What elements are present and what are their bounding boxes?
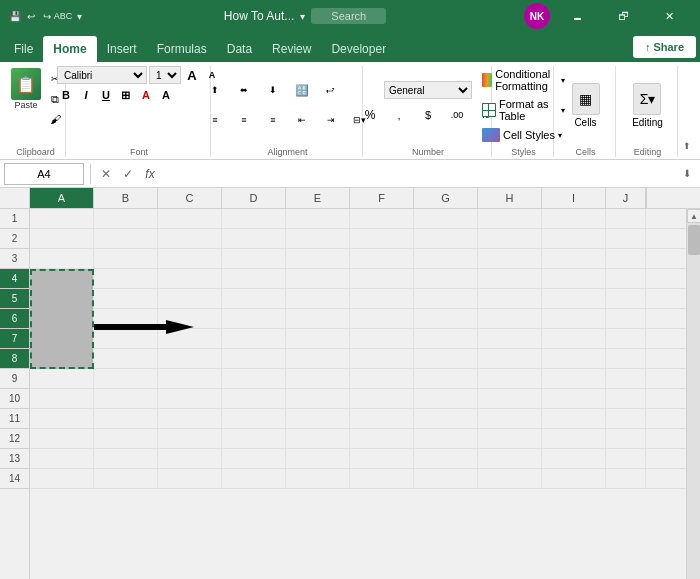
cell-b13[interactable]: [94, 449, 158, 469]
row-12[interactable]: 12: [0, 429, 29, 449]
formula-expand-button[interactable]: ⬇: [678, 165, 696, 183]
cell-h6[interactable]: [478, 309, 542, 329]
cell-g9[interactable]: [414, 369, 478, 389]
col-header-d[interactable]: D: [222, 188, 286, 208]
tab-data[interactable]: Data: [217, 36, 262, 62]
restore-button[interactable]: 🗗: [600, 0, 646, 32]
cell-e14[interactable]: [286, 469, 350, 489]
editing-button[interactable]: Σ▾ Editing: [626, 79, 669, 132]
cell-i13[interactable]: [542, 449, 606, 469]
cell-f14[interactable]: [350, 469, 414, 489]
col-header-g[interactable]: G: [414, 188, 478, 208]
cell-g3[interactable]: [414, 249, 478, 269]
row-2[interactable]: 2: [0, 229, 29, 249]
cell-d11[interactable]: [222, 409, 286, 429]
cell-i9[interactable]: [542, 369, 606, 389]
cell-i12[interactable]: [542, 429, 606, 449]
cell-b3[interactable]: [94, 249, 158, 269]
cell-g13[interactable]: [414, 449, 478, 469]
underline-button[interactable]: U: [97, 86, 115, 104]
ribbon-expand-button[interactable]: ⬆: [680, 139, 694, 153]
undo-icon[interactable]: ↩: [24, 9, 38, 23]
cell-g11[interactable]: [414, 409, 478, 429]
cell-c10[interactable]: [158, 389, 222, 409]
cell-f5[interactable]: [350, 289, 414, 309]
cell-e8[interactable]: [286, 349, 350, 369]
cell-j9[interactable]: [606, 369, 646, 389]
search-box[interactable]: Search: [311, 8, 386, 24]
cell-j8[interactable]: [606, 349, 646, 369]
cell-i7[interactable]: [542, 329, 606, 349]
cell-e7[interactable]: [286, 329, 350, 349]
formula-cancel-button[interactable]: ✕: [97, 165, 115, 183]
cell-g10[interactable]: [414, 389, 478, 409]
cell-a12[interactable]: [30, 429, 94, 449]
row-10[interactable]: 10: [0, 389, 29, 409]
percent-button[interactable]: %: [356, 101, 384, 129]
cell-a5[interactable]: [30, 289, 94, 309]
cell-g1[interactable]: [414, 209, 478, 229]
cell-h14[interactable]: [478, 469, 542, 489]
cell-h8[interactable]: [478, 349, 542, 369]
tab-developer[interactable]: Developer: [321, 36, 396, 62]
redo-icon[interactable]: ↪: [40, 9, 54, 23]
cell-g14[interactable]: [414, 469, 478, 489]
cell-h4[interactable]: [478, 269, 542, 289]
paste-button[interactable]: 📋 Paste: [7, 66, 45, 112]
currency-button[interactable]: $: [414, 101, 442, 129]
cell-a13[interactable]: [30, 449, 94, 469]
cell-h2[interactable]: [478, 229, 542, 249]
cell-c4[interactable]: [158, 269, 222, 289]
cell-h7[interactable]: [478, 329, 542, 349]
cell-f12[interactable]: [350, 429, 414, 449]
col-header-h[interactable]: H: [478, 188, 542, 208]
row-4[interactable]: 4: [0, 269, 29, 289]
cell-i14[interactable]: [542, 469, 606, 489]
cell-f6[interactable]: [350, 309, 414, 329]
cell-h13[interactable]: [478, 449, 542, 469]
decrease-indent-button[interactable]: ⇤: [288, 106, 316, 134]
align-right-button[interactable]: ≡: [259, 106, 287, 134]
increase-decimal-button[interactable]: .00: [443, 101, 471, 129]
font-size-select[interactable]: 11: [149, 66, 181, 84]
cell-c14[interactable]: [158, 469, 222, 489]
close-button[interactable]: ✕: [646, 0, 692, 32]
angle-text-button[interactable]: 🔠: [288, 76, 316, 104]
col-header-b[interactable]: B: [94, 188, 158, 208]
cell-j3[interactable]: [606, 249, 646, 269]
cell-a10[interactable]: [30, 389, 94, 409]
cell-c3[interactable]: [158, 249, 222, 269]
title-dropdown-arrow[interactable]: ▾: [300, 11, 305, 22]
cell-c12[interactable]: [158, 429, 222, 449]
row-3[interactable]: 3: [0, 249, 29, 269]
cell-h5[interactable]: [478, 289, 542, 309]
cell-c7[interactable]: [158, 329, 222, 349]
cell-d2[interactable]: [222, 229, 286, 249]
cell-e13[interactable]: [286, 449, 350, 469]
row-5[interactable]: 5: [0, 289, 29, 309]
cell-e12[interactable]: [286, 429, 350, 449]
cell-g2[interactable]: [414, 229, 478, 249]
cell-c1[interactable]: [158, 209, 222, 229]
cell-i5[interactable]: [542, 289, 606, 309]
row-8[interactable]: 8: [0, 349, 29, 369]
cell-e4[interactable]: [286, 269, 350, 289]
cell-f11[interactable]: [350, 409, 414, 429]
cell-a4[interactable]: [30, 269, 94, 289]
scroll-track[interactable]: [687, 223, 700, 579]
cell-f8[interactable]: [350, 349, 414, 369]
tab-file[interactable]: File: [4, 36, 43, 62]
name-box[interactable]: A4: [4, 163, 84, 185]
cell-f7[interactable]: [350, 329, 414, 349]
cell-i11[interactable]: [542, 409, 606, 429]
tab-insert[interactable]: Insert: [97, 36, 147, 62]
cell-i1[interactable]: [542, 209, 606, 229]
cell-a14[interactable]: [30, 469, 94, 489]
cell-i8[interactable]: [542, 349, 606, 369]
cell-c8[interactable]: [158, 349, 222, 369]
cell-b8[interactable]: [94, 349, 158, 369]
cell-a11[interactable]: [30, 409, 94, 429]
cell-a2[interactable]: [30, 229, 94, 249]
cell-h3[interactable]: [478, 249, 542, 269]
cell-c9[interactable]: [158, 369, 222, 389]
